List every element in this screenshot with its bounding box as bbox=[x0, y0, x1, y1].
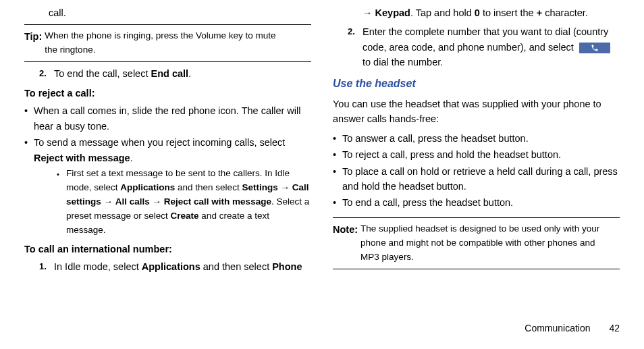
step-number: 2. bbox=[348, 24, 363, 70]
bullet-item: • To reject a call, press and hold the h… bbox=[333, 147, 620, 162]
bullet-item: • When a call comes in, slide the red ph… bbox=[24, 103, 311, 134]
tip-body: When the phone is ringing, press the Vol… bbox=[45, 29, 288, 57]
intl-heading: To call an international number: bbox=[24, 242, 311, 257]
page-columns: call. Tip: When the phone is ringing, pr… bbox=[0, 0, 644, 323]
tip-label: Tip: bbox=[24, 29, 42, 44]
note-body: The supplied headset is designed to be u… bbox=[360, 222, 604, 265]
step-text: To end the call, select End call. bbox=[54, 66, 311, 81]
headset-heading: Use the headset bbox=[333, 76, 620, 92]
step-number: 1. bbox=[39, 259, 54, 274]
footer-section: Communication bbox=[525, 323, 590, 333]
bullet-text: To reject a call, press and hold the hea… bbox=[342, 147, 620, 162]
step-enter-number: 2. Enter the complete number that you wa… bbox=[348, 24, 620, 70]
divider bbox=[333, 217, 620, 218]
dial-icon bbox=[579, 43, 610, 53]
bullet-text: To place a call on hold or retrieve a he… bbox=[342, 164, 620, 194]
bullet-item: • To end a call, press the headset butto… bbox=[333, 195, 620, 210]
bullet-text: To send a message when you reject incomi… bbox=[34, 135, 311, 165]
step-end-call: 2. To end the call, select End call. bbox=[39, 66, 311, 81]
bullet-item: • To send a message when you reject inco… bbox=[24, 135, 311, 165]
bullet-item: • To answer a call, press the headset bu… bbox=[333, 131, 620, 146]
step-number: 2. bbox=[39, 66, 54, 81]
page-footer: Communication 42 bbox=[0, 323, 644, 333]
keypad-line: → Keypad. Tap and hold 0 to insert the +… bbox=[333, 5, 620, 20]
headset-intro: You can use the headset that was supplie… bbox=[333, 97, 620, 127]
bullet-text: When a call comes in, slide the red phon… bbox=[34, 103, 311, 134]
reject-heading: To reject a call: bbox=[24, 86, 311, 101]
bullet-text: To answer a call, press the headset butt… bbox=[342, 131, 620, 146]
bullet-item: • To place a call on hold or retrieve a … bbox=[333, 164, 620, 194]
divider bbox=[24, 24, 311, 25]
sub-bullet-item: • First set a text message to be sent to… bbox=[57, 167, 311, 238]
step-text: Enter the complete number that you want … bbox=[363, 24, 620, 70]
bullet-text: To end a call, press the headset button. bbox=[342, 195, 620, 210]
divider bbox=[24, 61, 311, 62]
tip-block: Tip: When the phone is ringing, press th… bbox=[24, 29, 311, 57]
step-text: In Idle mode, select Applications and th… bbox=[54, 259, 311, 274]
note-label: Note: bbox=[333, 222, 358, 237]
divider bbox=[333, 269, 620, 269]
right-column: → Keypad. Tap and hold 0 to insert the +… bbox=[333, 5, 620, 323]
footer-page: 42 bbox=[609, 323, 620, 333]
note-block: Note: The supplied headset is designed t… bbox=[333, 222, 620, 265]
sub-bullet-text: First set a text message to be sent to t… bbox=[66, 167, 311, 238]
left-column: call. Tip: When the phone is ringing, pr… bbox=[24, 5, 311, 323]
step-intl: 1. In Idle mode, select Applications and… bbox=[39, 259, 311, 274]
call-fragment: call. bbox=[24, 5, 311, 20]
